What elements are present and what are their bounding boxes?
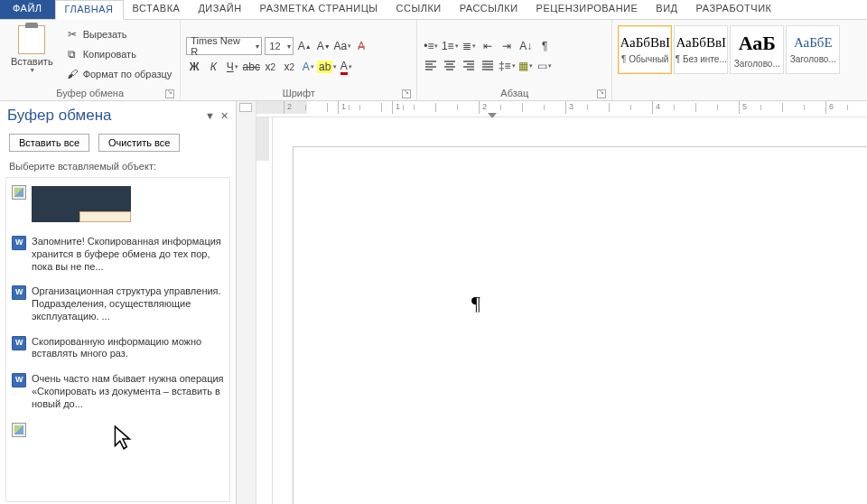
multilevel-button[interactable]: ≣▾ (461, 38, 477, 54)
paragraph-mark (471, 292, 480, 315)
clip-item[interactable] (10, 419, 226, 461)
justify-button[interactable] (480, 58, 496, 74)
paragraph-launcher[interactable] (597, 89, 606, 98)
cut-button[interactable]: ✂Вырезать (62, 25, 175, 43)
cut-label: Вырезать (83, 29, 127, 40)
group-clipboard: Вставить ▼ ✂Вырезать ⧉Копировать 🖌Формат… (0, 20, 181, 100)
subscript-button[interactable]: x2 (262, 59, 278, 75)
paste-label: Вставить (11, 56, 53, 67)
group-paragraph: •≡▾ 1≡▾ ≣▾ ⇤ ⇥ A↓ ¶ ‡≡▾ ▦▾ ▭▾ Абзац (417, 20, 612, 100)
line-spacing-button[interactable]: ‡≡▾ (499, 58, 515, 74)
indent-marker[interactable] (488, 113, 497, 118)
split-toggle[interactable] (239, 103, 252, 112)
horizontal-ruler[interactable] (256, 101, 867, 117)
clip-item[interactable] (10, 182, 226, 232)
word-icon (12, 236, 26, 250)
tab-developer[interactable]: РАЗРАБОТЧИК (687, 0, 781, 19)
word-icon (12, 336, 26, 350)
navigation-gutter (237, 101, 256, 504)
bullets-button[interactable]: •≡▾ (423, 38, 439, 54)
style-heading2[interactable]: АаБбЕЗаголово... (786, 25, 840, 74)
ribbon: Вставить ▼ ✂Вырезать ⧉Копировать 🖌Формат… (0, 20, 867, 101)
strikethrough-button[interactable]: abc (243, 59, 259, 75)
tab-design[interactable]: ДИЗАЙН (189, 0, 250, 19)
tab-references[interactable]: ССЫЛКИ (387, 0, 451, 19)
copy-icon: ⧉ (65, 47, 79, 61)
clip-item[interactable]: Организационная структура управления. По… (10, 282, 226, 331)
group-font: Times New R 12 A▲ A▼ Aa▾ A̶ Ж К Ч▾ abc x… (181, 20, 417, 100)
superscript-button[interactable]: x2 (281, 59, 297, 75)
clip-list: Запомните! Скопированная информация хран… (5, 177, 230, 502)
align-right-button[interactable] (461, 58, 477, 74)
clip-text: Организационная структура управления. По… (32, 285, 224, 322)
font-size-select[interactable]: 12 (265, 37, 294, 55)
document-area (237, 101, 867, 504)
text-effects-button[interactable]: A▾ (300, 59, 316, 75)
clip-item[interactable]: Запомните! Скопированная информация хран… (10, 232, 226, 282)
group-paragraph-label: Абзац (500, 88, 528, 98)
group-font-label: Шрифт (283, 88, 315, 98)
word-icon (12, 285, 26, 300)
align-center-button[interactable] (442, 58, 458, 74)
font-name-select[interactable]: Times New R (186, 37, 262, 55)
pane-menu-button[interactable]: ▼ (205, 110, 215, 122)
style-nospacing[interactable]: АаБбВвІ¶ Без инте... (674, 25, 728, 74)
paste-button[interactable]: Вставить ▼ (5, 22, 59, 87)
clip-item[interactable]: Очень часто нам бывает нужна операция «С… (10, 369, 226, 419)
clipboard-icon (18, 25, 45, 54)
style-normal[interactable]: АаБбВвІ¶ Обычный (618, 25, 672, 74)
font-launcher[interactable] (402, 89, 411, 98)
tab-review[interactable]: РЕЦЕНЗИРОВАНИЕ (527, 0, 648, 19)
clip-text: Запомните! Скопированная информация хран… (32, 236, 224, 273)
copy-label: Копировать (83, 49, 136, 60)
group-clipboard-label: Буфер обмена (56, 88, 124, 98)
increase-indent-button[interactable]: ⇥ (499, 38, 515, 54)
shrink-font-button[interactable]: A▼ (315, 38, 331, 54)
picture-icon (12, 185, 26, 200)
clipboard-launcher[interactable] (165, 89, 174, 98)
style-heading1[interactable]: АаБЗаголово... (730, 25, 784, 74)
tab-file[interactable]: ФАЙЛ (0, 0, 55, 19)
paste-all-button[interactable]: Вставить все (9, 134, 89, 152)
clear-all-button[interactable]: Очистить все (98, 134, 180, 152)
change-case-button[interactable]: Aa▾ (334, 38, 350, 54)
tab-view[interactable]: ВИД (647, 0, 686, 19)
sort-button[interactable]: A↓ (517, 38, 534, 54)
chevron-down-icon: ▼ (29, 67, 35, 73)
vertical-ruler[interactable] (256, 117, 273, 504)
italic-button[interactable]: К (205, 59, 221, 75)
bold-button[interactable]: Ж (186, 59, 202, 75)
brush-icon: 🖌 (65, 67, 79, 81)
tab-insert[interactable]: ВСТАВКА (124, 0, 190, 19)
align-left-button[interactable] (423, 58, 439, 74)
ribbon-tabs: ФАЙЛ ГЛАВНАЯ ВСТАВКА ДИЗАЙН РАЗМЕТКА СТР… (0, 0, 867, 20)
shading-button[interactable]: ▦▾ (517, 58, 534, 74)
grow-font-button[interactable]: A▲ (296, 38, 312, 54)
font-color-button[interactable]: A▾ (338, 59, 354, 75)
highlight-button[interactable]: ab▾ (319, 59, 335, 75)
word-icon (12, 373, 26, 387)
document-page[interactable] (293, 146, 867, 504)
workspace: Буфер обмена ▼ ✕ Вставить все Очистить в… (0, 101, 867, 504)
copy-button[interactable]: ⧉Копировать (62, 45, 175, 63)
clip-text: Очень часто нам бывает нужна операция «С… (32, 373, 224, 410)
pane-close-button[interactable]: ✕ (220, 110, 228, 122)
borders-button[interactable]: ▭▾ (536, 58, 553, 74)
decrease-indent-button[interactable]: ⇤ (480, 38, 496, 54)
scissors-icon: ✂ (65, 27, 79, 42)
cursor-icon (113, 425, 133, 452)
show-marks-button[interactable]: ¶ (536, 38, 553, 54)
picture-icon (12, 423, 26, 437)
tab-layout[interactable]: РАЗМЕТКА СТРАНИЦЫ (251, 0, 387, 19)
tab-home[interactable]: ГЛАВНАЯ (55, 0, 124, 20)
clip-text: Скопированную информацию можно вставлять… (32, 336, 224, 361)
pane-title: Буфер обмена (7, 107, 112, 125)
format-painter-button[interactable]: 🖌Формат по образцу (62, 65, 175, 83)
underline-button[interactable]: Ч▾ (224, 59, 240, 75)
group-styles: АаБбВвІ¶ Обычный АаБбВвІ¶ Без инте... Аа… (612, 20, 867, 100)
tab-mailings[interactable]: РАССЫЛКИ (451, 0, 527, 19)
numbering-button[interactable]: 1≡▾ (442, 38, 458, 54)
clip-item[interactable]: Скопированную информацию можно вставлять… (10, 332, 226, 370)
clear-formatting-button[interactable]: A̶ (353, 38, 369, 54)
format-painter-label: Формат по образцу (83, 69, 172, 79)
